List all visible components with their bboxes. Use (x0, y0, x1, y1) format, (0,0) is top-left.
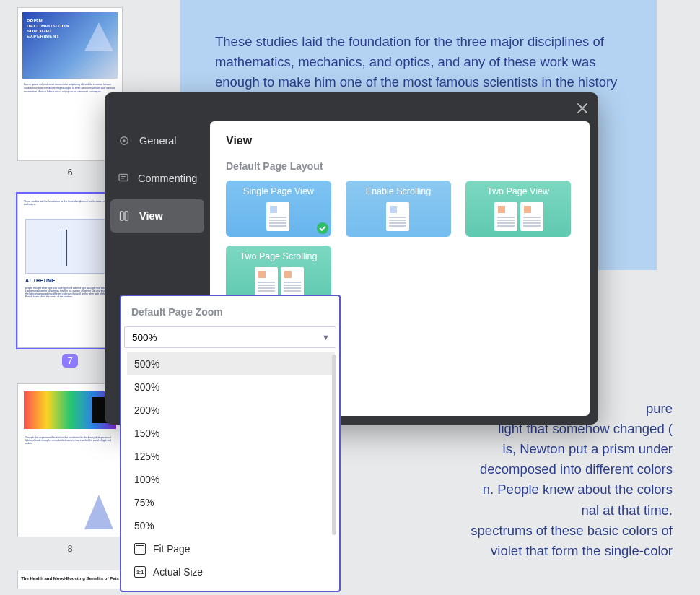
frag: red, (192, 541, 215, 561)
thumb6-cover-title: PRISM DECOMPOSITION SUNLIGHT EXPERIMENT (27, 18, 67, 39)
thumb7-top: These studies laid the foundation for th… (24, 200, 116, 216)
thumb8-spectrum (24, 391, 116, 429)
thumbnail-7[interactable]: These studies laid the foundation for th… (17, 194, 123, 347)
frag: of th (192, 500, 218, 521)
thumb9-title: The Health and Mood-Boosting Benefits of… (18, 570, 122, 581)
thumb6-cover: PRISM DECOMPOSITION SUNLIGHT EXPERIMENT (22, 12, 118, 79)
frag: lig (192, 399, 206, 419)
thumbnail-9[interactable]: The Health and Mood-Boosting Benefits of… (17, 570, 123, 589)
thumb6-number: 6 (67, 167, 72, 178)
frag: ag (192, 439, 207, 459)
frag: violet that form the single-color (491, 541, 673, 561)
thumb7-figure (25, 219, 115, 274)
frag: decomposed into different colors (480, 459, 673, 479)
page-bottom-section: ligpure liglight that somehow changed ( … (192, 399, 673, 581)
frag: on t (192, 479, 214, 500)
thumbnail-6[interactable]: PRISM DECOMPOSITION SUNLIGHT EXPERIMENT … (17, 7, 123, 161)
frag: pure (646, 399, 673, 419)
thumb8-body: Through this experiment Newton laid the … (25, 436, 115, 529)
frag: the (192, 459, 211, 479)
frag: whi (192, 563, 212, 578)
frag: n. People knew about the colors (483, 479, 673, 500)
frag: nal at that time. (582, 500, 673, 521)
frag: spectrums of these basic colors of (471, 521, 673, 541)
frag: lig (192, 419, 206, 439)
thumbnail-column: PRISM DECOMPOSITION SUNLIGHT EXPERIMENT … (0, 0, 137, 595)
thumb7-number: 7 (62, 354, 77, 368)
thumb6-body: Lorem ipsum dolor sit amet consectetur a… (24, 83, 116, 162)
thumbnail-8[interactable]: Through this experiment Newton laid the … (17, 383, 123, 537)
thumb8-number: 8 (67, 543, 72, 554)
page-area: These studies laid the foundation for th… (137, 0, 700, 595)
prism-icon (84, 22, 113, 51)
page-top-section: These studies laid the foundation for th… (180, 0, 657, 270)
thumb7-body: people thought white light was pure ligh… (25, 287, 115, 341)
app-background: PRISM DECOMPOSITION SUNLIGHT EXPERIMENT … (0, 0, 700, 595)
page-top-text: These studies laid the foundation for th… (215, 32, 622, 92)
thumb7-heading: AT THETIME (25, 278, 55, 283)
frag: is, Newton put a prism under (503, 439, 673, 459)
frag: light that somehow changed ( (498, 419, 673, 439)
frag: Ne (192, 521, 209, 541)
geometry-icon (83, 492, 115, 529)
